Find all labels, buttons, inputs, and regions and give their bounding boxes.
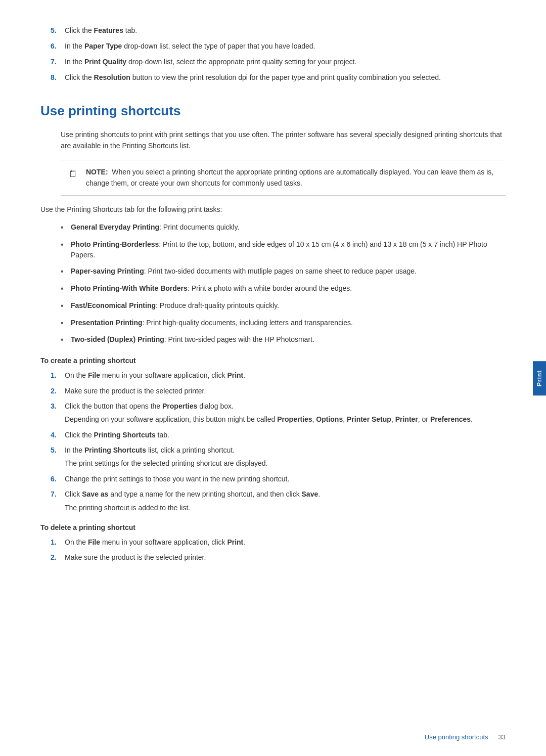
- top-numbered-list: 5. Click the Features tab. 6. In the Pap…: [40, 25, 506, 83]
- note-box: 🗒 NOTE: When you select a printing short…: [61, 160, 506, 196]
- create-step-num-3: 3.: [51, 401, 65, 412]
- bullet-content-5: Fast/Economical Printing: Produce draft-…: [71, 300, 506, 312]
- page-footer: Use printing shortcuts 33: [0, 733, 546, 741]
- bullet-dot-5: •: [61, 300, 71, 313]
- delete-step-num-1: 1.: [51, 537, 65, 548]
- list-content-7: In the Print Quality drop-down list, sel…: [65, 57, 506, 67]
- list-num-7: 7.: [51, 57, 65, 67]
- create-step-content-7: Click Save as and type a name for the ne…: [65, 488, 506, 513]
- create-step-content-3: Click the button that opens the Properti…: [65, 401, 506, 425]
- delete-steps-list: 1. On the File menu in your software app…: [40, 537, 506, 563]
- delete-shortcut-heading: To delete a printing shortcut: [40, 523, 506, 531]
- note-body: When you select a printing shortcut the …: [86, 168, 493, 187]
- create-step-6: 6. Change the print settings to those yo…: [51, 473, 506, 484]
- create-step-5-sub: The print settings for the selected prin…: [65, 458, 506, 469]
- list-content-5: Click the Features tab.: [65, 25, 506, 36]
- create-step-3-sub: Depending on your software application, …: [65, 414, 506, 425]
- create-step-1: 1. On the File menu in your software app…: [51, 370, 506, 381]
- list-num-5: 5.: [51, 25, 65, 36]
- delete-step-content-1: On the File menu in your software applic…: [65, 537, 506, 548]
- bullet-dot-2: •: [61, 239, 71, 251]
- bullet-content-3: Paper-saving Printing: Print two-sided d…: [71, 266, 506, 277]
- bullet-dot-6: •: [61, 317, 71, 330]
- bullet-content-7: Two-sided (Duplex) Printing: Print two-s…: [71, 334, 506, 345]
- create-step-num-4: 4.: [51, 429, 65, 440]
- bullet-dot-3: •: [61, 265, 71, 278]
- list-num-8: 8.: [51, 72, 65, 83]
- bullet-item-5: • Fast/Economical Printing: Produce draf…: [61, 300, 506, 313]
- list-item-6: 6. In the Paper Type drop-down list, sel…: [51, 41, 506, 52]
- bullet-item-3: • Paper-saving Printing: Print two-sided…: [61, 266, 506, 278]
- bullet-item-7: • Two-sided (Duplex) Printing: Print two…: [61, 334, 506, 346]
- intro-paragraph: Use printing shortcuts to print with pri…: [40, 129, 506, 152]
- list-item-5: 5. Click the Features tab.: [51, 25, 506, 36]
- create-step-num-1: 1.: [51, 370, 65, 381]
- bullet-dot-1: •: [61, 221, 71, 234]
- delete-step-2: 2. Make sure the product is the selected…: [51, 552, 506, 563]
- bullet-content-2: Photo Printing-Borderless: Print to the …: [71, 239, 506, 261]
- bullet-dot-4: •: [61, 283, 71, 295]
- create-shortcut-heading: To create a printing shortcut: [40, 357, 506, 365]
- list-item-8: 8. Click the Resolution button to view t…: [51, 72, 506, 83]
- delete-step-content-2: Make sure the product is the selected pr…: [65, 552, 506, 563]
- create-step-4: 4. Click the Printing Shortcuts tab.: [51, 429, 506, 440]
- list-num-6: 6.: [51, 41, 65, 52]
- list-content-6: In the Paper Type drop-down list, select…: [65, 41, 506, 52]
- section-heading: Use printing shortcuts: [40, 103, 506, 119]
- footer-page-number: 33: [498, 733, 506, 741]
- create-step-num-6: 6.: [51, 473, 65, 484]
- create-step-5: 5. In the Printing Shortcuts list, click…: [51, 444, 506, 469]
- page-container: Print 5. Click the Features tab. 6. In t…: [0, 0, 546, 756]
- bullet-content-1: General Everyday Printing: Print documen…: [71, 222, 506, 233]
- create-step-content-6: Change the print settings to those you w…: [65, 473, 506, 484]
- note-icon: 🗒: [69, 167, 81, 182]
- list-content-8: Click the Resolution button to view the …: [65, 72, 506, 83]
- create-step-content-2: Make sure the product is the selected pr…: [65, 385, 506, 396]
- create-step-num-2: 2.: [51, 385, 65, 396]
- create-step-content-5: In the Printing Shortcuts list, click a …: [65, 444, 506, 469]
- note-label: NOTE:: [86, 168, 108, 176]
- list-item-7: 7. In the Print Quality drop-down list, …: [51, 57, 506, 67]
- create-steps-list: 1. On the File menu in your software app…: [40, 370, 506, 513]
- create-step-num-7: 7.: [51, 488, 65, 500]
- bullet-item-6: • Presentation Printing: Print high-qual…: [61, 318, 506, 330]
- create-step-7-sub: The printing shortcut is added to the li…: [65, 502, 506, 513]
- bullet-dot-7: •: [61, 334, 71, 346]
- delete-step-1: 1. On the File menu in your software app…: [51, 537, 506, 548]
- footer-link: Use printing shortcuts: [425, 733, 488, 741]
- bullet-content-6: Presentation Printing: Print high-qualit…: [71, 318, 506, 329]
- note-text: NOTE: When you select a printing shortcu…: [86, 166, 497, 189]
- sidebar-tab: Print: [533, 361, 546, 395]
- bullet-content-4: Photo Printing-With White Borders: Print…: [71, 283, 506, 294]
- use-paragraph: Use the Printing Shortcuts tab for the f…: [40, 204, 506, 215]
- create-step-2: 2. Make sure the product is the selected…: [51, 385, 506, 396]
- create-step-7: 7. Click Save as and type a name for the…: [51, 488, 506, 513]
- bullet-item-2: • Photo Printing-Borderless: Print to th…: [61, 239, 506, 261]
- bullet-item-1: • General Everyday Printing: Print docum…: [61, 222, 506, 234]
- create-step-3: 3. Click the button that opens the Prope…: [51, 401, 506, 425]
- bullet-list: • General Everyday Printing: Print docum…: [40, 222, 506, 346]
- create-step-content-1: On the File menu in your software applic…: [65, 370, 506, 381]
- create-step-content-4: Click the Printing Shortcuts tab.: [65, 429, 506, 440]
- create-step-num-5: 5.: [51, 444, 65, 456]
- bullet-item-4: • Photo Printing-With White Borders: Pri…: [61, 283, 506, 295]
- delete-step-num-2: 2.: [51, 552, 65, 563]
